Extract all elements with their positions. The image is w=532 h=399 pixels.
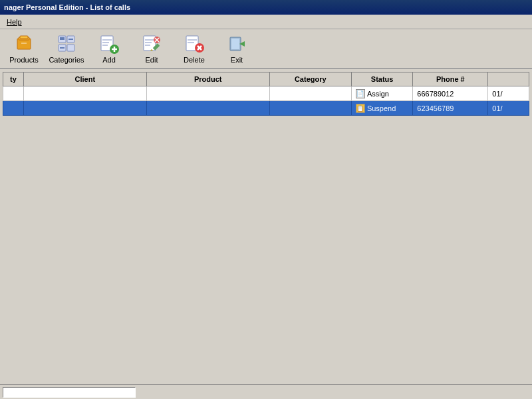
col-category: Category <box>269 72 351 86</box>
title-bar: nager Personal Edition - List of calls <box>0 0 532 15</box>
cell-category <box>269 101 351 116</box>
col-product: Product <box>146 72 269 86</box>
cell-product <box>146 101 269 116</box>
categories-button[interactable]: Categories <box>47 31 86 66</box>
col-extra <box>488 72 529 86</box>
svg-rect-3 <box>21 43 27 44</box>
status-icon: 📄 <box>356 89 365 98</box>
cell-status: 📄 Assign <box>351 86 412 101</box>
delete-label: Delete <box>184 56 205 64</box>
cell-extra: 01/ <box>488 86 529 101</box>
edit-label: Edit <box>146 56 158 64</box>
add-label: Add <box>102 56 116 64</box>
col-client: Client <box>23 72 146 86</box>
table-header: ty Client Product Category Status Phone … <box>3 72 529 86</box>
menu-help[interactable]: Help <box>3 17 26 27</box>
cell-client <box>23 101 146 116</box>
cell-category <box>269 86 351 101</box>
delete-button[interactable]: Delete <box>174 31 214 66</box>
col-ty: ty <box>3 72 24 86</box>
categories-label: Categories <box>49 56 84 64</box>
add-button[interactable]: Add <box>89 31 129 66</box>
status-label: Suspend <box>367 104 396 112</box>
cell-ty <box>3 101 24 116</box>
svg-rect-35 <box>231 39 239 49</box>
cell-product <box>146 86 269 101</box>
title-text: nager Personal Edition - List of calls <box>4 3 130 11</box>
cell-status: 📋 Suspend <box>351 101 412 116</box>
edit-icon <box>141 33 162 55</box>
table-wrapper: ty Client Product Category Status Phone … <box>3 72 529 116</box>
status-bar <box>0 384 532 399</box>
col-status: Status <box>351 72 412 86</box>
menu-bar: Help <box>0 15 532 29</box>
col-phone: Phone # <box>413 72 488 86</box>
cell-ty <box>3 86 24 101</box>
main-content: ty Client Product Category Status Phone … <box>0 69 532 118</box>
toolbar: Products Categories <box>0 29 532 69</box>
products-label: Products <box>9 56 38 64</box>
exit-label: Exit <box>231 56 243 64</box>
calls-table: ty Client Product Category Status Phone … <box>3 72 529 116</box>
svg-rect-2 <box>20 36 28 39</box>
cell-phone: 623456789 <box>413 101 488 116</box>
edit-button[interactable]: Edit <box>132 31 172 66</box>
add-icon <box>98 33 120 55</box>
table-row[interactable]: 📄 Assign 666789012 01/ <box>3 86 529 101</box>
cell-phone: 666789012 <box>413 86 488 101</box>
cell-extra: 01/ <box>488 101 529 116</box>
delete-icon <box>184 33 205 55</box>
status-panel <box>3 387 136 398</box>
categories-icon <box>56 33 77 55</box>
status-label: Assign <box>367 90 389 98</box>
status-icon: 📋 <box>356 104 365 113</box>
products-button[interactable]: Products <box>4 31 44 66</box>
exit-button[interactable]: Exit <box>217 31 257 66</box>
svg-rect-7 <box>67 45 74 51</box>
table-row[interactable]: 📋 Suspend 623456789 01/ <box>3 101 529 116</box>
exit-icon <box>226 33 247 55</box>
products-icon <box>13 33 35 55</box>
cell-client <box>23 86 146 101</box>
